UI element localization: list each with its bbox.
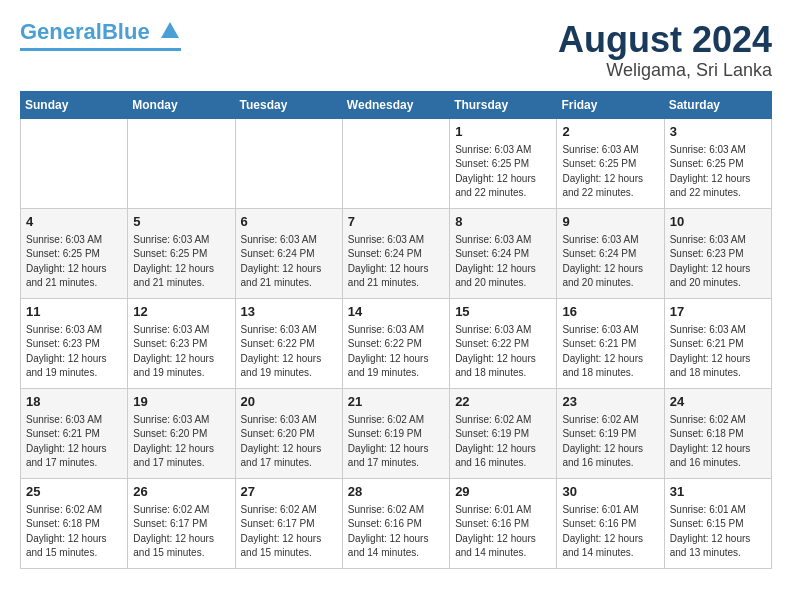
calendar-cell: 22Sunrise: 6:02 AM Sunset: 6:19 PM Dayli… — [450, 388, 557, 478]
day-detail: Sunrise: 6:03 AM Sunset: 6:20 PM Dayligh… — [133, 413, 229, 471]
calendar-cell: 24Sunrise: 6:02 AM Sunset: 6:18 PM Dayli… — [664, 388, 771, 478]
day-detail: Sunrise: 6:03 AM Sunset: 6:24 PM Dayligh… — [455, 233, 551, 291]
calendar-cell: 21Sunrise: 6:02 AM Sunset: 6:19 PM Dayli… — [342, 388, 449, 478]
calendar-cell: 3Sunrise: 6:03 AM Sunset: 6:25 PM Daylig… — [664, 118, 771, 208]
calendar-cell: 29Sunrise: 6:01 AM Sunset: 6:16 PM Dayli… — [450, 478, 557, 568]
calendar-week-row: 25Sunrise: 6:02 AM Sunset: 6:18 PM Dayli… — [21, 478, 772, 568]
day-detail: Sunrise: 6:03 AM Sunset: 6:25 PM Dayligh… — [455, 143, 551, 201]
month-title: August 2024 — [558, 20, 772, 60]
calendar-cell: 10Sunrise: 6:03 AM Sunset: 6:23 PM Dayli… — [664, 208, 771, 298]
day-detail: Sunrise: 6:03 AM Sunset: 6:23 PM Dayligh… — [26, 323, 122, 381]
calendar-cell: 20Sunrise: 6:03 AM Sunset: 6:20 PM Dayli… — [235, 388, 342, 478]
calendar-cell: 5Sunrise: 6:03 AM Sunset: 6:25 PM Daylig… — [128, 208, 235, 298]
calendar-cell — [342, 118, 449, 208]
day-detail: Sunrise: 6:03 AM Sunset: 6:22 PM Dayligh… — [348, 323, 444, 381]
day-detail: Sunrise: 6:02 AM Sunset: 6:19 PM Dayligh… — [455, 413, 551, 471]
day-number: 18 — [26, 393, 122, 411]
logo-icon — [159, 20, 181, 46]
calendar-cell: 11Sunrise: 6:03 AM Sunset: 6:23 PM Dayli… — [21, 298, 128, 388]
day-detail: Sunrise: 6:03 AM Sunset: 6:23 PM Dayligh… — [133, 323, 229, 381]
day-detail: Sunrise: 6:01 AM Sunset: 6:16 PM Dayligh… — [562, 503, 658, 561]
calendar-cell: 16Sunrise: 6:03 AM Sunset: 6:21 PM Dayli… — [557, 298, 664, 388]
calendar-cell: 17Sunrise: 6:03 AM Sunset: 6:21 PM Dayli… — [664, 298, 771, 388]
day-number: 3 — [670, 123, 766, 141]
day-detail: Sunrise: 6:02 AM Sunset: 6:18 PM Dayligh… — [670, 413, 766, 471]
weekday-header: Sunday — [21, 91, 128, 118]
day-number: 14 — [348, 303, 444, 321]
calendar-cell: 13Sunrise: 6:03 AM Sunset: 6:22 PM Dayli… — [235, 298, 342, 388]
weekday-header: Wednesday — [342, 91, 449, 118]
day-number: 2 — [562, 123, 658, 141]
day-number: 9 — [562, 213, 658, 231]
day-number: 4 — [26, 213, 122, 231]
day-detail: Sunrise: 6:03 AM Sunset: 6:25 PM Dayligh… — [562, 143, 658, 201]
calendar-cell: 25Sunrise: 6:02 AM Sunset: 6:18 PM Dayli… — [21, 478, 128, 568]
calendar-cell: 9Sunrise: 6:03 AM Sunset: 6:24 PM Daylig… — [557, 208, 664, 298]
day-number: 20 — [241, 393, 337, 411]
calendar-cell: 1Sunrise: 6:03 AM Sunset: 6:25 PM Daylig… — [450, 118, 557, 208]
title-block: August 2024 Weligama, Sri Lanka — [558, 20, 772, 81]
calendar-cell — [21, 118, 128, 208]
day-number: 1 — [455, 123, 551, 141]
calendar-cell: 27Sunrise: 6:02 AM Sunset: 6:17 PM Dayli… — [235, 478, 342, 568]
calendar-table: SundayMondayTuesdayWednesdayThursdayFrid… — [20, 91, 772, 569]
day-number: 6 — [241, 213, 337, 231]
calendar-cell: 4Sunrise: 6:03 AM Sunset: 6:25 PM Daylig… — [21, 208, 128, 298]
calendar-cell: 2Sunrise: 6:03 AM Sunset: 6:25 PM Daylig… — [557, 118, 664, 208]
calendar-week-row: 18Sunrise: 6:03 AM Sunset: 6:21 PM Dayli… — [21, 388, 772, 478]
day-number: 24 — [670, 393, 766, 411]
calendar-cell — [128, 118, 235, 208]
day-detail: Sunrise: 6:02 AM Sunset: 6:17 PM Dayligh… — [241, 503, 337, 561]
location-title: Weligama, Sri Lanka — [558, 60, 772, 81]
day-number: 21 — [348, 393, 444, 411]
weekday-header-row: SundayMondayTuesdayWednesdayThursdayFrid… — [21, 91, 772, 118]
day-detail: Sunrise: 6:03 AM Sunset: 6:20 PM Dayligh… — [241, 413, 337, 471]
day-number: 7 — [348, 213, 444, 231]
day-detail: Sunrise: 6:03 AM Sunset: 6:21 PM Dayligh… — [670, 323, 766, 381]
page-header: GeneralBlue August 2024 Weligama, Sri La… — [20, 20, 772, 81]
day-number: 5 — [133, 213, 229, 231]
day-detail: Sunrise: 6:03 AM Sunset: 6:24 PM Dayligh… — [562, 233, 658, 291]
day-number: 28 — [348, 483, 444, 501]
day-number: 15 — [455, 303, 551, 321]
logo-general: General — [20, 19, 102, 44]
calendar-week-row: 1Sunrise: 6:03 AM Sunset: 6:25 PM Daylig… — [21, 118, 772, 208]
day-detail: Sunrise: 6:03 AM Sunset: 6:23 PM Dayligh… — [670, 233, 766, 291]
day-number: 12 — [133, 303, 229, 321]
day-detail: Sunrise: 6:03 AM Sunset: 6:24 PM Dayligh… — [241, 233, 337, 291]
day-number: 19 — [133, 393, 229, 411]
day-detail: Sunrise: 6:03 AM Sunset: 6:25 PM Dayligh… — [670, 143, 766, 201]
calendar-cell — [235, 118, 342, 208]
weekday-header: Friday — [557, 91, 664, 118]
day-number: 10 — [670, 213, 766, 231]
day-number: 17 — [670, 303, 766, 321]
calendar-cell: 23Sunrise: 6:02 AM Sunset: 6:19 PM Dayli… — [557, 388, 664, 478]
calendar-cell: 28Sunrise: 6:02 AM Sunset: 6:16 PM Dayli… — [342, 478, 449, 568]
day-detail: Sunrise: 6:03 AM Sunset: 6:22 PM Dayligh… — [241, 323, 337, 381]
day-detail: Sunrise: 6:03 AM Sunset: 6:24 PM Dayligh… — [348, 233, 444, 291]
calendar-cell: 6Sunrise: 6:03 AM Sunset: 6:24 PM Daylig… — [235, 208, 342, 298]
calendar-cell: 14Sunrise: 6:03 AM Sunset: 6:22 PM Dayli… — [342, 298, 449, 388]
day-number: 31 — [670, 483, 766, 501]
day-number: 30 — [562, 483, 658, 501]
svg-marker-0 — [161, 22, 179, 38]
day-detail: Sunrise: 6:02 AM Sunset: 6:17 PM Dayligh… — [133, 503, 229, 561]
day-number: 16 — [562, 303, 658, 321]
day-number: 27 — [241, 483, 337, 501]
day-detail: Sunrise: 6:03 AM Sunset: 6:22 PM Dayligh… — [455, 323, 551, 381]
day-detail: Sunrise: 6:03 AM Sunset: 6:21 PM Dayligh… — [562, 323, 658, 381]
day-detail: Sunrise: 6:03 AM Sunset: 6:25 PM Dayligh… — [26, 233, 122, 291]
weekday-header: Tuesday — [235, 91, 342, 118]
calendar-week-row: 4Sunrise: 6:03 AM Sunset: 6:25 PM Daylig… — [21, 208, 772, 298]
logo: GeneralBlue — [20, 20, 181, 51]
day-number: 22 — [455, 393, 551, 411]
day-number: 8 — [455, 213, 551, 231]
day-number: 23 — [562, 393, 658, 411]
weekday-header: Saturday — [664, 91, 771, 118]
day-detail: Sunrise: 6:02 AM Sunset: 6:16 PM Dayligh… — [348, 503, 444, 561]
day-detail: Sunrise: 6:03 AM Sunset: 6:25 PM Dayligh… — [133, 233, 229, 291]
day-detail: Sunrise: 6:03 AM Sunset: 6:21 PM Dayligh… — [26, 413, 122, 471]
calendar-cell: 15Sunrise: 6:03 AM Sunset: 6:22 PM Dayli… — [450, 298, 557, 388]
calendar-cell: 19Sunrise: 6:03 AM Sunset: 6:20 PM Dayli… — [128, 388, 235, 478]
logo-underline — [20, 48, 181, 51]
